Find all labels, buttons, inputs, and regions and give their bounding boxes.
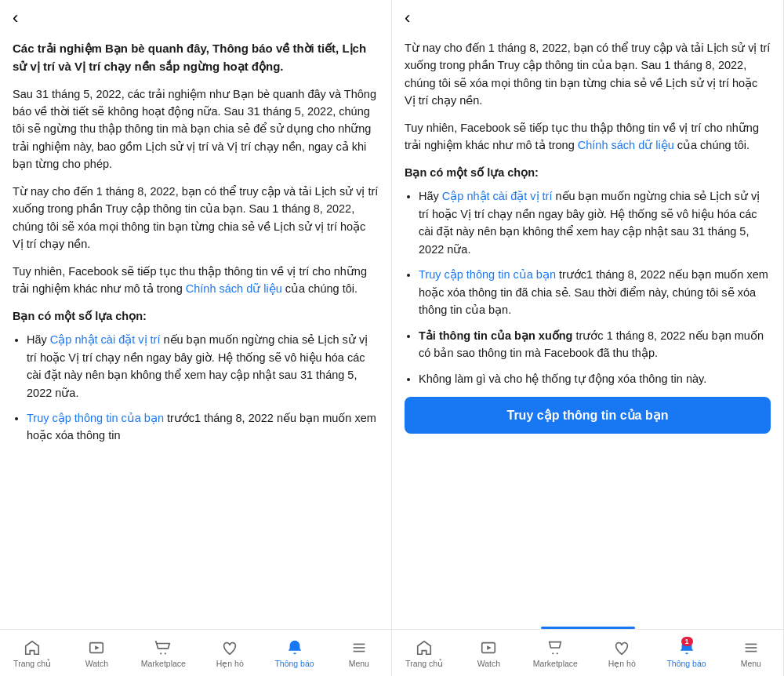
- right-bullet4-text: Không làm gì và cho hệ thống tự động xóa…: [419, 373, 706, 385]
- right-nav-menu-label: Menu: [741, 659, 761, 668]
- right-nav-home[interactable]: Trang chủ: [404, 638, 445, 668]
- right-subheading: Bạn có một số lựa chọn:: [405, 164, 771, 181]
- left-marketplace-icon: [154, 638, 172, 657]
- right-nav-watch[interactable]: Watch: [468, 638, 509, 668]
- svg-point-2: [160, 652, 162, 654]
- left-options-list: Hãy Cập nhật cài đặt vị trí nếu bạn muốn…: [13, 331, 379, 445]
- left-nav-dating-label: Hẹn hò: [216, 659, 244, 668]
- left-dating-icon: [220, 638, 239, 657]
- left-location-settings-link[interactable]: Cập nhật cài đặt vị trí: [50, 333, 161, 346]
- right-bullet1-prefix: Hãy: [419, 190, 442, 202]
- left-p2: Từ nay cho đến 1 tháng 8, 2022, bạn có t…: [13, 183, 379, 253]
- left-nav-notifications[interactable]: Thông báo: [274, 638, 315, 668]
- right-watch-icon: [479, 638, 498, 657]
- right-p2: Tuy nhiên, Facebook sẽ tiếp tục thu thập…: [405, 119, 771, 154]
- right-menu-icon: [742, 638, 760, 657]
- right-back-button[interactable]: ‹: [405, 9, 410, 27]
- left-back-button[interactable]: ‹: [13, 9, 18, 27]
- svg-marker-8: [488, 645, 492, 650]
- left-panel: ‹ Các trải nghiệm Bạn bè quanh đây, Thôn…: [0, 0, 392, 676]
- right-options-list: Hãy Cập nhật cài đặt vị trí nếu bạn muốn…: [405, 187, 771, 387]
- svg-point-3: [165, 652, 166, 654]
- left-nav-home[interactable]: Trang chủ: [12, 638, 53, 668]
- left-nav-dating[interactable]: Hẹn hò: [209, 638, 250, 668]
- right-bottom-nav: Trang chủ Watch Marketplace Hẹn hò: [392, 629, 783, 676]
- right-bullet2: Truy cập thông tin của bạn trước1 tháng …: [419, 266, 771, 318]
- left-menu-icon: [350, 638, 368, 657]
- right-header: ‹: [392, 0, 783, 33]
- right-home-indicator: [541, 627, 635, 629]
- svg-point-9: [552, 652, 554, 654]
- right-access-button[interactable]: Truy cập thông tin của bạn: [405, 397, 771, 434]
- right-data-policy-link[interactable]: Chính sách dữ liệu: [578, 139, 674, 151]
- right-p2-suffix: của chúng tôi.: [674, 139, 750, 151]
- left-subheading: Bạn có một số lựa chọn:: [13, 307, 379, 325]
- left-content: Các trải nghiệm Bạn bè quanh đây, Thông …: [0, 33, 391, 629]
- left-nav-marketplace[interactable]: Marketplace: [141, 638, 186, 668]
- left-nav-watch[interactable]: Watch: [76, 638, 117, 668]
- left-data-policy-link[interactable]: Chính sách dữ liệu: [186, 282, 282, 295]
- left-p3-suffix: của chúng tôi.: [282, 282, 358, 295]
- left-home-icon: [23, 638, 42, 657]
- right-p1: Từ nay cho đến 1 tháng 8, 2022, bạn có t…: [405, 39, 771, 110]
- right-bullet4: Không làm gì và cho hệ thống tự động xóa…: [419, 370, 771, 387]
- right-bullet3-bold: Tải thông tin của bạn xuống: [419, 329, 572, 342]
- right-nav-notifications[interactable]: 1 Thông báo: [666, 638, 707, 668]
- left-nav-menu[interactable]: Menu: [339, 638, 379, 668]
- right-home-icon: [415, 638, 434, 657]
- right-notification-icon: 1: [677, 638, 696, 657]
- svg-point-10: [557, 652, 558, 654]
- right-dating-icon: [612, 638, 631, 657]
- left-notification-icon: [285, 638, 304, 657]
- right-panel: ‹ Từ nay cho đến 1 tháng 8, 2022, bạn có…: [392, 0, 784, 676]
- left-nav-marketplace-label: Marketplace: [141, 659, 186, 668]
- right-nav-dating[interactable]: Hẹn hò: [601, 638, 642, 668]
- left-nav-menu-label: Menu: [349, 659, 369, 668]
- right-nav-marketplace-label: Marketplace: [533, 659, 578, 668]
- left-access-info-link[interactable]: Truy cập thông tin của bạn: [27, 412, 164, 424]
- right-nav-watch-label: Watch: [477, 659, 500, 668]
- right-location-settings-link[interactable]: Cập nhật cài đặt vị trí: [442, 190, 553, 202]
- left-heading: Các trải nghiệm Bạn bè quanh đây, Thông …: [13, 39, 379, 76]
- left-p1: Sau 31 tháng 5, 2022, các trải nghiệm nh…: [13, 85, 379, 173]
- right-bullet3: Tải thông tin của bạn xuống trước 1 thán…: [419, 327, 771, 362]
- left-header: ‹: [0, 0, 391, 33]
- svg-marker-1: [96, 645, 100, 650]
- right-nav-menu[interactable]: Menu: [731, 638, 771, 668]
- right-nav-notifications-label: Thông báo: [666, 659, 706, 668]
- left-bullet1-prefix: Hãy: [27, 333, 50, 346]
- left-nav-notifications-label: Thông báo: [274, 659, 314, 668]
- right-notification-badge: 1: [681, 637, 693, 646]
- left-p3: Tuy nhiên, Facebook sẽ tiếp tục thu thập…: [13, 263, 379, 298]
- left-bullet1: Hãy Cập nhật cài đặt vị trí nếu bạn muốn…: [27, 331, 379, 402]
- left-bullet2: Truy cập thông tin của bạn trước1 tháng …: [27, 409, 379, 445]
- right-access-info-link[interactable]: Truy cập thông tin của bạn: [419, 268, 556, 281]
- left-nav-watch-label: Watch: [85, 659, 108, 668]
- right-nav-marketplace[interactable]: Marketplace: [533, 638, 578, 668]
- right-marketplace-icon: [546, 638, 564, 657]
- right-content: Từ nay cho đến 1 tháng 8, 2022, bạn có t…: [392, 33, 783, 629]
- right-nav-home-label: Trang chủ: [405, 659, 443, 668]
- right-nav-dating-label: Hẹn hò: [608, 659, 636, 668]
- left-nav-home-label: Trang chủ: [13, 659, 51, 668]
- left-watch-icon: [87, 638, 106, 657]
- left-bottom-nav: Trang chủ Watch Marketplace Hẹn hò: [0, 629, 391, 676]
- right-bullet1: Hãy Cập nhật cài đặt vị trí nếu bạn muốn…: [419, 187, 771, 258]
